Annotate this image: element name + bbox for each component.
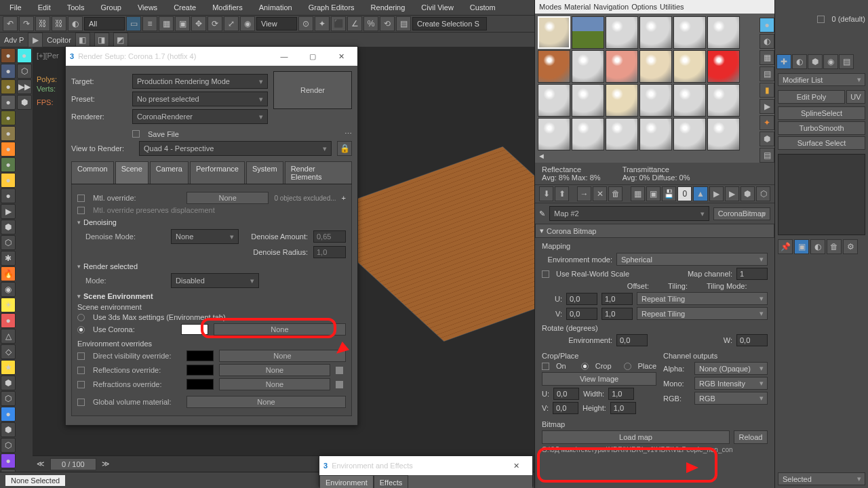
copitor-btn2[interactable]: ◨ — [94, 33, 109, 47]
mat-slot-21[interactable] — [606, 118, 638, 150]
display-tab-icon[interactable]: ▤ — [839, 54, 854, 69]
tool-6-icon[interactable]: ● — [1, 126, 16, 141]
tool-29-icon[interactable]: ● — [17, 48, 32, 63]
more-icon[interactable]: ⋯ — [344, 129, 352, 138]
add-exclude-icon[interactable]: + — [342, 194, 346, 202]
refr-swatch[interactable] — [186, 379, 214, 390]
mat-slot-18[interactable] — [707, 84, 740, 117]
mtl-override-chk[interactable] — [77, 195, 85, 202]
go-sibling-icon[interactable]: ▶ — [709, 186, 724, 201]
delete-icon[interactable]: 🗑 — [608, 186, 623, 201]
mapch-spinner[interactable]: 1 — [736, 268, 768, 280]
view-to-render-dropdown[interactable]: Quad 4 - Perspective — [139, 141, 332, 156]
tool-24-icon[interactable]: ● — [1, 407, 16, 422]
tool-31-icon[interactable]: ▶▶ — [17, 79, 32, 94]
refr-link-chk[interactable] — [336, 381, 343, 388]
fire-icon[interactable]: 🔥 — [1, 266, 16, 281]
frame-display[interactable]: 0 / 100 — [50, 458, 96, 470]
assign-icon[interactable]: → — [577, 186, 591, 201]
eyedropper-icon[interactable]: ✎ — [539, 209, 545, 218]
tool-5-icon[interactable]: ● — [1, 110, 16, 125]
u-tmode[interactable]: Repeat Tiling — [637, 292, 768, 305]
placement-icon[interactable]: ◉ — [240, 16, 255, 31]
mat-slot-5[interactable] — [673, 16, 706, 49]
move-icon[interactable]: ✥ — [191, 16, 206, 31]
excluded-label[interactable]: 0 objects excluded... — [274, 195, 336, 202]
show-map-icon[interactable]: ▦ — [631, 186, 645, 201]
go-forward-icon[interactable]: ▶ — [725, 186, 739, 201]
mod-surfaceselect[interactable]: Surface Select — [778, 136, 865, 150]
sample-type-icon[interactable]: ● — [760, 18, 774, 33]
tool-13-icon[interactable]: ⬡ — [1, 235, 16, 250]
mat-slot-12[interactable] — [707, 50, 740, 83]
unlink-icon[interactable]: ⛓ — [52, 16, 66, 31]
select-icon[interactable]: ▭ — [126, 16, 141, 31]
mat-slot-19[interactable] — [538, 118, 570, 150]
mat-slot-7[interactable] — [538, 50, 570, 83]
mat-slot-2[interactable] — [572, 16, 604, 49]
scene-env-header[interactable]: Scene Environment — [77, 292, 346, 300]
rot-w-spinner[interactable]: 0,0 — [736, 334, 768, 346]
lock-view-icon[interactable]: 🔒 — [337, 141, 352, 156]
hierarchy-tab-icon[interactable]: ⬢ — [808, 54, 823, 69]
mat-slot-11[interactable] — [673, 50, 706, 83]
copitor-btn1[interactable]: ◧ — [75, 33, 90, 47]
denoise-rad-spinner[interactable]: 1,0 — [313, 246, 346, 258]
default-chk[interactable] — [817, 16, 825, 23]
preset-dropdown[interactable]: No preset selected — [132, 92, 268, 106]
crop-v[interactable]: 0,0 — [553, 402, 578, 414]
tool-26-icon[interactable]: ⬡ — [1, 438, 16, 453]
env-tab-environment[interactable]: Environment — [319, 475, 374, 488]
tab-render-elements[interactable]: Render Elements — [285, 161, 352, 184]
manip-icon[interactable]: ✦ — [315, 16, 330, 31]
scroll-left-icon[interactable]: ◄ — [538, 152, 545, 160]
menu-civilview[interactable]: Civil View — [414, 2, 460, 13]
nav-icon[interactable]: ⬢ — [741, 186, 755, 201]
link-icon[interactable]: ⛓ — [35, 16, 50, 31]
refl-chk[interactable] — [77, 367, 85, 374]
mat-slot-3[interactable] — [606, 16, 638, 49]
sample-uv-icon[interactable]: ▤ — [760, 66, 774, 81]
crop-radio[interactable] — [581, 363, 589, 370]
rect-region-icon[interactable]: ▦ — [159, 16, 174, 31]
denoise-mode-dropdown[interactable]: None — [171, 229, 239, 244]
menu-views[interactable]: Views — [131, 2, 164, 13]
crop-u[interactable]: 0,0 — [553, 388, 579, 400]
tool-1-icon[interactable]: ● — [1, 48, 16, 63]
menu-tools[interactable]: Tools — [60, 2, 92, 13]
refl-link-chk[interactable] — [336, 367, 343, 374]
selset-icon[interactable]: ▤ — [396, 16, 411, 31]
select-name-icon[interactable]: ≡ — [142, 16, 157, 31]
create-tab-icon[interactable]: ✚ — [776, 54, 791, 69]
redo-icon[interactable]: ↷ — [19, 16, 34, 31]
corona-bitmap-rollout[interactable]: ▾Corona Bitmap — [535, 224, 774, 238]
preview-icon[interactable]: ▶ — [760, 99, 774, 114]
rgb-dropdown[interactable]: RGB — [694, 392, 768, 405]
tool-19-icon[interactable]: △ — [1, 329, 16, 344]
pin-stack-icon[interactable]: 📌 — [778, 239, 793, 254]
v-offset[interactable]: 0,0 — [566, 308, 597, 320]
tab-scene[interactable]: Scene — [115, 161, 149, 184]
mated-material[interactable]: Material — [564, 3, 591, 11]
tool-21-icon[interactable]: ★ — [1, 360, 16, 375]
window-crossing-icon[interactable]: ▣ — [175, 16, 190, 31]
corona-env-map-slot[interactable]: None — [214, 323, 346, 336]
render-button[interactable]: Render — [273, 71, 352, 109]
video-check-icon[interactable]: ▮ — [760, 83, 774, 98]
tool-23-icon[interactable]: ⬡ — [1, 391, 16, 406]
mat-slot-15[interactable] — [606, 84, 638, 117]
select-by-mat-icon[interactable]: ⬢ — [760, 131, 774, 146]
mod-splineselect[interactable]: SplineSelect — [778, 106, 865, 120]
modifier-list-dropdown[interactable]: Modifier List — [778, 73, 865, 86]
save-icon[interactable]: 💾 — [662, 186, 676, 201]
angle-snap-icon[interactable]: ∠ — [347, 16, 362, 31]
configure-icon[interactable]: ⚙ — [843, 239, 858, 254]
refr-chk[interactable] — [77, 381, 85, 388]
corona-color-swatch[interactable] — [181, 324, 208, 335]
selection-filter[interactable]: All — [84, 17, 125, 30]
tool-27-icon[interactable]: ● — [1, 453, 16, 468]
motion-tab-icon[interactable]: ◉ — [823, 54, 838, 69]
menu-edit[interactable]: Edit — [31, 2, 58, 13]
selected-dropdown[interactable]: Selected — [778, 472, 865, 485]
matid-icon[interactable]: 0 — [677, 186, 692, 201]
